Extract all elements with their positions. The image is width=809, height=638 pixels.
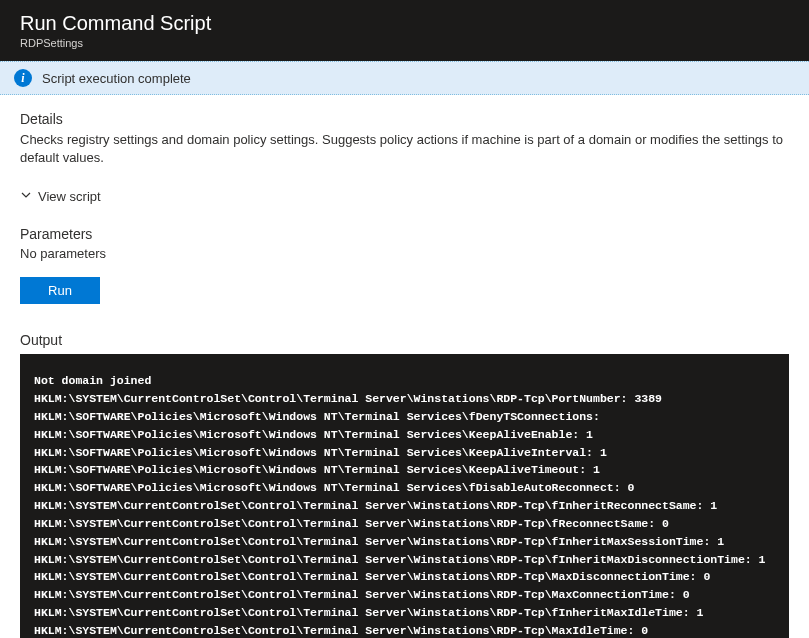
info-icon: i [14,69,32,87]
chevron-down-icon [20,189,32,204]
output-console: Not domain joined HKLM:\SYSTEM\CurrentCo… [20,354,789,638]
details-heading: Details [20,111,789,127]
view-script-label: View script [38,189,101,204]
status-message: Script execution complete [42,71,191,86]
content-area: Details Checks registry settings and dom… [0,95,809,638]
page-subtitle: RDPSettings [20,37,789,49]
parameters-section: Parameters No parameters [20,226,789,261]
parameters-empty: No parameters [20,246,789,261]
view-script-toggle[interactable]: View script [20,189,789,204]
blade-header: Run Command Script RDPSettings [0,0,809,61]
output-section: Output Not domain joined HKLM:\SYSTEM\Cu… [20,332,789,638]
details-description: Checks registry settings and domain poli… [20,131,789,167]
parameters-heading: Parameters [20,226,789,242]
page-title: Run Command Script [20,10,789,36]
output-heading: Output [20,332,789,348]
status-bar: i Script execution complete [0,61,809,95]
run-button[interactable]: Run [20,277,100,304]
details-section: Details Checks registry settings and dom… [20,111,789,167]
